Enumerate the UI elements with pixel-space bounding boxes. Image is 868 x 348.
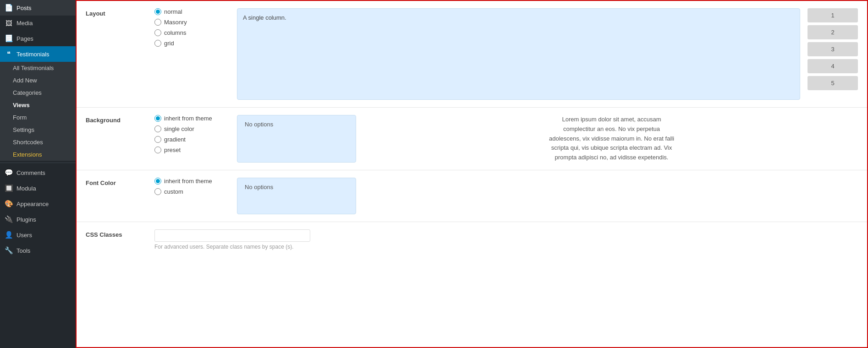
sidebar-item-views[interactable]: Views	[0, 99, 76, 111]
sidebar-item-users[interactable]: 👤 Users	[0, 227, 76, 243]
sidebar-item-all-testimonials[interactable]: All Testimonials	[0, 62, 76, 74]
sidebar-item-settings[interactable]: Settings	[0, 124, 76, 136]
appearance-icon: 🎨	[5, 200, 13, 208]
sidebar-item-pages[interactable]: 📃 Pages	[0, 31, 76, 46]
layout-row: Layout normal Masonry columns grid	[77, 1, 867, 108]
layout-option-grid[interactable]: grid	[154, 40, 228, 47]
bg-radio-gradient[interactable]	[154, 136, 161, 143]
background-section: No options Lorem ipsum dolor sit amet, a…	[237, 115, 858, 163]
css-classes-helper: For advanced users. Separate class names…	[154, 244, 310, 250]
sidebar-item-modula[interactable]: 🔲 Modula	[0, 180, 76, 196]
css-classes-label: CSS Classes	[86, 229, 145, 238]
settings-container: Layout normal Masonry columns grid	[76, 0, 868, 348]
layout-num-4[interactable]: 4	[808, 59, 858, 73]
layout-radio-grid[interactable]	[154, 40, 161, 47]
sidebar-item-testimonials[interactable]: ❝ Testimonials	[0, 46, 76, 62]
font-radio-custom[interactable]	[154, 188, 161, 195]
bg-option-preset[interactable]: preset	[154, 147, 228, 153]
layout-description: A single column.	[243, 14, 286, 21]
font-option-inherit[interactable]: inherit from theme	[154, 178, 228, 185]
layout-option-normal[interactable]: normal	[154, 8, 228, 15]
layout-num-2[interactable]: 2	[808, 25, 858, 39]
bg-option-gradient[interactable]: gradient	[154, 136, 228, 143]
posts-icon: 📄	[5, 4, 13, 12]
sidebar-item-media[interactable]: 🖼 Media	[0, 16, 76, 31]
sidebar-item-shortcodes[interactable]: Shortcodes	[0, 136, 76, 148]
sidebar-item-posts[interactable]: 📄 Posts	[0, 0, 76, 16]
sidebar-item-appearance[interactable]: 🎨 Appearance	[0, 196, 76, 212]
media-icon: 🖼	[5, 19, 13, 27]
main-content: Layout normal Masonry columns grid	[76, 0, 868, 348]
css-classes-field-area: For advanced users. Separate class names…	[154, 229, 310, 250]
sidebar: 📄 Posts 🖼 Media 📃 Pages ❝ Testimonials A…	[0, 0, 76, 348]
bg-option-inherit[interactable]: inherit from theme	[154, 115, 228, 122]
font-color-options: inherit from theme custom	[154, 178, 228, 195]
comments-icon: 💬	[5, 169, 13, 177]
users-icon: 👤	[5, 231, 13, 239]
css-classes-input[interactable]	[154, 229, 310, 242]
tools-icon: 🔧	[5, 246, 13, 255]
bg-radio-preset[interactable]	[154, 147, 161, 153]
background-row: Background inherit from theme single col…	[77, 108, 867, 170]
bg-lorem-text: Lorem ipsum dolor sit amet, accusam comp…	[548, 115, 676, 163]
font-color-row: Font Color inherit from theme custom No …	[77, 170, 867, 222]
layout-option-columns[interactable]: columns	[154, 29, 228, 36]
plugins-icon: 🔌	[5, 215, 13, 223]
bg-lorem-area: Lorem ipsum dolor sit amet, accusam comp…	[365, 115, 858, 163]
sidebar-item-plugins[interactable]: 🔌 Plugins	[0, 212, 76, 227]
sidebar-item-tools[interactable]: 🔧 Tools	[0, 243, 76, 258]
layout-num-5[interactable]: 5	[808, 76, 858, 90]
layout-option-masonry[interactable]: Masonry	[154, 19, 228, 26]
layout-radio-normal[interactable]	[154, 8, 161, 15]
layout-options: normal Masonry columns grid	[154, 8, 228, 47]
background-options: inherit from theme single color gradient…	[154, 115, 228, 153]
sidebar-item-form[interactable]: Form	[0, 111, 76, 124]
sidebar-item-comments[interactable]: 💬 Comments	[0, 165, 76, 180]
font-color-label: Font Color	[86, 178, 145, 186]
layout-radio-masonry[interactable]	[154, 19, 161, 26]
pages-icon: 📃	[5, 34, 13, 43]
font-radio-inherit[interactable]	[154, 178, 161, 185]
layout-num-3[interactable]: 3	[808, 42, 858, 56]
layout-num-1[interactable]: 1	[808, 8, 858, 22]
bg-no-options-box: No options	[237, 115, 356, 163]
css-classes-row: CSS Classes For advanced users. Separate…	[77, 222, 867, 257]
sidebar-item-add-new[interactable]: Add New	[0, 74, 76, 87]
bg-radio-single[interactable]	[154, 125, 161, 132]
background-label: Background	[86, 115, 145, 124]
layout-radio-columns[interactable]	[154, 29, 161, 36]
modula-icon: 🔲	[5, 184, 13, 192]
font-no-options-box: No options	[237, 178, 356, 214]
testimonials-submenu: All Testimonials Add New Categories View…	[0, 62, 76, 161]
testimonials-icon: ❝	[5, 50, 13, 58]
bg-radio-inherit[interactable]	[154, 115, 161, 122]
bg-option-single[interactable]: single color	[154, 125, 228, 132]
layout-preview-wrapper: A single column. 1 2 3 4 5	[237, 8, 858, 100]
layout-label: Layout	[86, 8, 145, 17]
layout-number-buttons: 1 2 3 4 5	[808, 8, 858, 100]
font-option-custom[interactable]: custom	[154, 188, 228, 195]
sidebar-item-extensions[interactable]: Extensions	[0, 148, 76, 161]
layout-preview-area: A single column.	[237, 8, 800, 100]
sidebar-item-categories[interactable]: Categories	[0, 87, 76, 99]
